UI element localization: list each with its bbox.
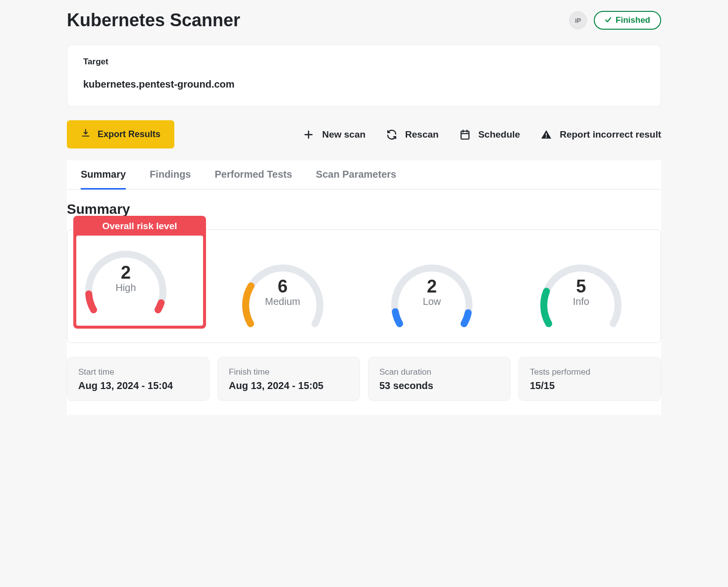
tabs-bar: Summary Findings Performed Tests Scan Pa…	[67, 160, 661, 190]
tab-summary[interactable]: Summary	[81, 161, 126, 190]
header-right: iP Finished	[569, 11, 661, 30]
target-card: Target kubernetes.pentest-ground.com	[67, 45, 661, 106]
new-scan-label: New scan	[322, 129, 365, 140]
report-incorrect-button[interactable]: Report incorrect result	[540, 124, 661, 145]
status-pill: Finished	[594, 11, 661, 30]
ip-badge[interactable]: iP	[569, 11, 587, 29]
check-icon	[605, 16, 612, 25]
summary-section: Summary Overall risk level 2 High	[67, 190, 661, 415]
page-title: Kubernetes Scanner	[67, 10, 240, 31]
summary-title: Summary	[67, 201, 661, 217]
stat-start-time: Start time Aug 13, 2024 - 15:04	[67, 357, 209, 401]
tab-performed-tests[interactable]: Performed Tests	[214, 161, 292, 190]
stat-tests-performed: Tests performed 15/15	[519, 357, 661, 401]
stat-start-value: Aug 13, 2024 - 15:04	[78, 380, 198, 391]
stat-tests-value: 15/15	[530, 380, 650, 391]
svg-rect-2	[546, 133, 547, 136]
stats-row: Start time Aug 13, 2024 - 15:04 Finish t…	[67, 357, 661, 401]
risk-gauges-card: Overall risk level 2 High	[67, 229, 661, 343]
gauge-low: 2 Low	[382, 249, 481, 334]
download-icon	[81, 128, 91, 141]
warning-icon	[540, 128, 553, 141]
gauge-info: 5 Info	[531, 249, 630, 334]
overall-risk-title: Overall risk level	[73, 216, 206, 236]
gauge-high: 2 High	[76, 236, 175, 320]
stat-duration-value: 53 seconds	[379, 380, 499, 391]
calendar-icon	[459, 128, 471, 141]
target-value: kubernetes.pentest-ground.com	[83, 79, 645, 90]
schedule-button[interactable]: Schedule	[459, 124, 520, 145]
report-label: Report incorrect result	[560, 129, 661, 140]
svg-rect-0	[461, 131, 469, 139]
new-scan-button[interactable]: New scan	[302, 124, 365, 145]
stat-finish-time: Finish time Aug 13, 2024 - 15:05	[217, 357, 360, 401]
action-toolbar: Export Results New scan Rescan Schedule	[67, 120, 661, 148]
page-header: Kubernetes Scanner iP Finished	[67, 10, 661, 31]
gauge-cell-low: 2 Low	[357, 249, 506, 334]
target-label: Target	[83, 57, 645, 67]
svg-point-1	[546, 136, 547, 137]
export-results-button[interactable]: Export Results	[67, 120, 174, 148]
rescan-label: Rescan	[405, 129, 439, 140]
gauge-cell-info: 5 Info	[507, 249, 656, 334]
gauge-medium: 6 Medium	[233, 249, 332, 334]
tab-findings[interactable]: Findings	[150, 161, 191, 190]
refresh-icon	[385, 128, 398, 141]
schedule-label: Schedule	[478, 129, 520, 140]
stat-finish-label: Finish time	[229, 367, 349, 377]
stat-duration-label: Scan duration	[379, 367, 499, 377]
stat-scan-duration: Scan duration 53 seconds	[368, 357, 511, 401]
gauge-cell-medium: 6 Medium	[208, 249, 357, 334]
tab-scan-parameters[interactable]: Scan Parameters	[316, 161, 396, 190]
ip-badge-text: iP	[575, 17, 581, 24]
stat-finish-value: Aug 13, 2024 - 15:05	[229, 380, 349, 391]
export-button-label: Export Results	[98, 129, 160, 140]
plus-icon	[302, 128, 315, 141]
rescan-button[interactable]: Rescan	[385, 124, 439, 145]
stat-start-label: Start time	[78, 367, 198, 377]
overall-risk-inner: 2 High	[76, 236, 203, 326]
status-label: Finished	[616, 15, 650, 25]
overall-risk-frame: Overall risk level 2 High	[73, 216, 206, 329]
stat-tests-label: Tests performed	[530, 367, 650, 377]
